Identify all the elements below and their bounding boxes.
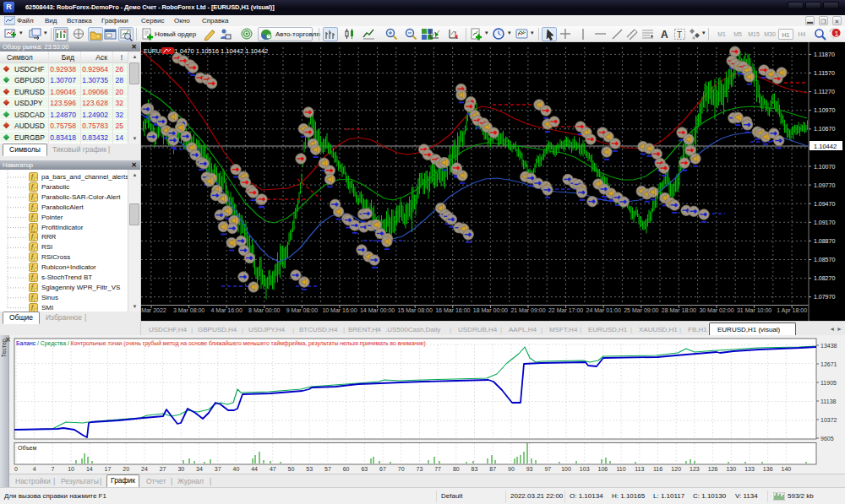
svg-text:103: 103 — [580, 466, 590, 472]
svg-text:27: 27 — [160, 466, 166, 472]
svg-text:1.11570: 1.11570 — [814, 70, 835, 76]
svg-text:9605: 9605 — [820, 436, 834, 442]
svg-text:120: 120 — [671, 466, 681, 472]
svg-text:1.11870: 1.11870 — [814, 51, 835, 57]
svg-text:12671: 12671 — [820, 361, 837, 367]
svg-text:10: 10 — [68, 466, 74, 472]
svg-text:116: 116 — [653, 466, 662, 472]
svg-text:7: 7 — [51, 466, 54, 472]
svg-text:13438: 13438 — [820, 343, 837, 349]
svg-text:17: 17 — [105, 466, 112, 472]
svg-text:130: 130 — [726, 466, 736, 472]
svg-text:87: 87 — [489, 466, 496, 472]
svg-text:1.09170: 1.09170 — [814, 219, 835, 225]
svg-text:1.08270: 1.08270 — [814, 275, 835, 281]
svg-text:1.07970: 1.07970 — [814, 294, 835, 300]
svg-text:140: 140 — [782, 466, 792, 472]
svg-text:77: 77 — [434, 466, 441, 472]
svg-text:1: 1 — [835, 30, 839, 38]
svg-text:T: T — [677, 30, 682, 40]
svg-text:90: 90 — [508, 466, 515, 472]
svg-text:Баланс / Средства / Контрольны: Баланс / Средства / Контрольные точки (о… — [16, 340, 426, 347]
svg-text:20: 20 — [123, 466, 129, 472]
svg-text:47: 47 — [270, 466, 276, 472]
svg-text:4: 4 — [33, 466, 36, 472]
svg-text:57: 57 — [324, 466, 331, 472]
svg-text:67: 67 — [379, 466, 386, 472]
svg-text:24: 24 — [141, 466, 148, 472]
svg-text:106: 106 — [598, 466, 608, 472]
svg-text:1.10970: 1.10970 — [814, 107, 835, 113]
svg-text:37: 37 — [215, 466, 221, 472]
svg-text:123: 123 — [690, 466, 700, 472]
svg-text:50: 50 — [288, 466, 295, 472]
svg-text:0470 1.10516 1.10442 1.10442: 0470 1.10516 1.10442 1.10442 — [180, 47, 268, 55]
svg-text:133: 133 — [744, 466, 755, 472]
svg-text:1.10670: 1.10670 — [814, 126, 835, 132]
svg-text:83: 83 — [472, 466, 478, 472]
svg-text:80: 80 — [453, 466, 460, 472]
svg-text:34: 34 — [196, 466, 203, 472]
svg-text:73: 73 — [417, 466, 423, 472]
svg-text:30: 30 — [177, 466, 184, 472]
svg-text:1.09470: 1.09470 — [814, 201, 835, 207]
svg-text:97: 97 — [544, 466, 551, 472]
svg-text:11138: 11138 — [820, 398, 837, 404]
svg-text:1.09770: 1.09770 — [814, 182, 835, 188]
svg-text:100: 100 — [561, 466, 571, 472]
svg-text:14: 14 — [86, 466, 93, 472]
svg-text:1.10442: 1.10442 — [814, 143, 837, 150]
svg-text:1.08870: 1.08870 — [814, 238, 835, 244]
svg-text:10372: 10372 — [820, 417, 837, 423]
svg-text:113: 113 — [635, 466, 644, 472]
svg-text:1.11270: 1.11270 — [814, 89, 835, 95]
svg-text:53: 53 — [306, 466, 313, 472]
svg-text:Объем: Объем — [18, 445, 36, 451]
svg-text:93: 93 — [526, 466, 533, 472]
svg-text:2 Mar 2022: 2 Mar 2022 — [141, 307, 166, 313]
svg-text:A: A — [661, 29, 668, 41]
svg-text:110: 110 — [617, 466, 626, 472]
svg-text:70: 70 — [398, 466, 405, 472]
svg-text:44: 44 — [251, 466, 258, 472]
svg-text:63: 63 — [361, 466, 368, 472]
svg-text:40: 40 — [233, 466, 240, 472]
svg-text:1.10070: 1.10070 — [814, 164, 835, 170]
svg-text:0: 0 — [14, 466, 18, 472]
svg-text:1.08570: 1.08570 — [814, 257, 835, 263]
svg-text:136: 136 — [763, 466, 773, 472]
svg-text:60: 60 — [343, 466, 350, 472]
svg-text:126: 126 — [708, 466, 718, 472]
svg-text:11905: 11905 — [820, 380, 837, 386]
